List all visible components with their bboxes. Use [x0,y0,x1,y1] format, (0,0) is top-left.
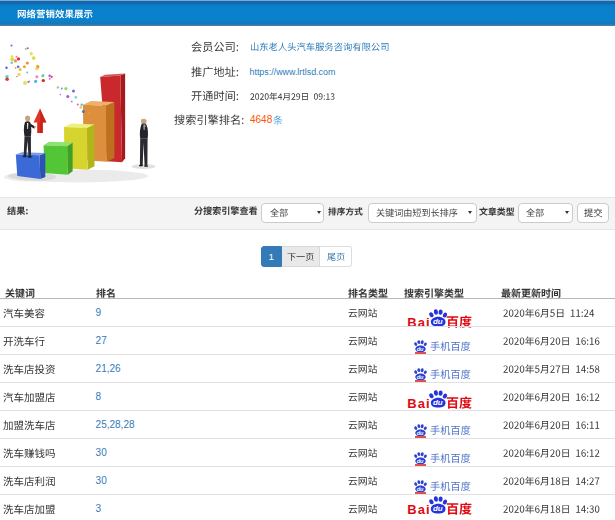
svg-text:du: du [433,398,443,407]
svg-text:du: du [433,504,443,513]
svg-text:du: du [416,429,423,435]
svg-text:du: du [416,485,423,491]
svg-text:du: du [416,345,423,351]
svg-text:du: du [416,373,423,379]
svg-text:du: du [433,317,443,326]
svg-text:du: du [416,457,423,463]
